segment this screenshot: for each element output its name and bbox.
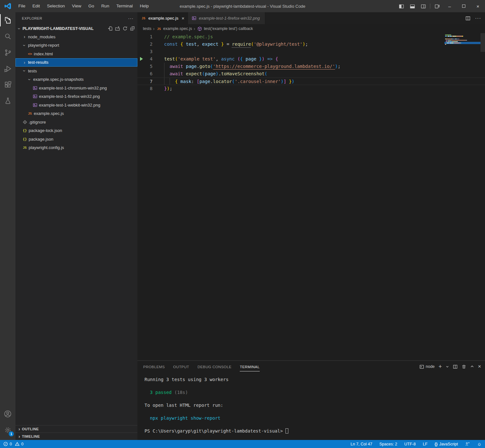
toggle-panel-icon[interactable] bbox=[407, 0, 418, 12]
problems-status[interactable]: 0 0 bbox=[3, 442, 23, 446]
menu-run[interactable]: Run bbox=[98, 0, 113, 12]
activity-run-and-debug[interactable] bbox=[0, 61, 15, 77]
tree-item-index.html[interactable]: <>index.html bbox=[15, 50, 137, 58]
code-line-6[interactable]: 6 await expect(page).toHaveScreenshot( bbox=[137, 70, 485, 78]
panel-tab-terminal[interactable]: TERMINAL bbox=[240, 362, 259, 371]
warning-icon bbox=[15, 442, 20, 446]
status-eol[interactable]: LF bbox=[423, 442, 428, 446]
tree-item-package.json[interactable]: {}package.json bbox=[15, 135, 137, 144]
minimap[interactable] bbox=[445, 34, 480, 45]
code-line-5[interactable]: 5 await page.goto('https://ecommerce-pla… bbox=[137, 63, 485, 70]
code-line-3[interactable]: 3 bbox=[137, 48, 485, 55]
split-editor-icon[interactable] bbox=[465, 16, 471, 21]
minimize-button[interactable]: – bbox=[443, 0, 457, 12]
status-indentation[interactable]: Spaces: 2 bbox=[379, 442, 397, 446]
tree-item-playwright-report[interactable]: ›playwright-report bbox=[15, 41, 137, 50]
account-icon[interactable] bbox=[0, 406, 15, 422]
customize-layout-icon[interactable] bbox=[432, 0, 443, 12]
kill-terminal-icon[interactable] bbox=[462, 364, 466, 369]
panel-tab-debug-console[interactable]: DEBUG CONSOLE bbox=[198, 362, 232, 371]
breadcrumb-separator-icon: › bbox=[152, 26, 155, 31]
breadcrumb-2[interactable]: JSexample.spec.js bbox=[156, 26, 192, 31]
menu-file[interactable]: File bbox=[15, 0, 29, 12]
collapse-folders-icon[interactable] bbox=[130, 26, 135, 31]
tree-item-example.spec.js[interactable]: JSexample.spec.js bbox=[15, 109, 137, 118]
code-line-1[interactable]: 1// example.spec.js bbox=[137, 33, 485, 41]
tree-item-label: example-test-1-firefox-win32.png bbox=[39, 94, 100, 99]
run-test-icon[interactable] bbox=[140, 57, 143, 61]
panel-tab-output[interactable]: OUTPUT bbox=[173, 362, 189, 371]
feedback-icon[interactable] bbox=[465, 442, 470, 446]
activity-extensions[interactable] bbox=[0, 77, 15, 93]
toggle-primary-sidebar-icon[interactable] bbox=[396, 0, 407, 12]
menu-selection[interactable]: Selection bbox=[43, 0, 69, 12]
activity-explorer[interactable] bbox=[0, 12, 15, 28]
project-section-header[interactable]: › PLAYWRIGHT-LAMBDATEST-VISUAL bbox=[15, 24, 137, 33]
tree-item-test-results[interactable]: ›test-results bbox=[15, 58, 137, 67]
tree-item-node_modules[interactable]: ›node_modules bbox=[15, 33, 137, 41]
minimap-line bbox=[445, 39, 480, 40]
maximize-panel-icon[interactable] bbox=[470, 365, 474, 369]
close-panel-icon[interactable]: × bbox=[478, 363, 481, 370]
editor-group: JSexample.spec.js×example-test-1-firefox… bbox=[137, 12, 485, 440]
tree-item-example.spec.js-snapshots[interactable]: ›example.spec.js-snapshots bbox=[15, 75, 137, 84]
code-line-7[interactable]: 7 { mask: [page.locator('.carousel-inner… bbox=[137, 78, 485, 85]
tree-item-label: playwright.config.js bbox=[29, 145, 64, 150]
split-terminal-icon[interactable] bbox=[453, 364, 458, 369]
menu-help[interactable]: Help bbox=[136, 0, 152, 12]
terminal-output[interactable]: Running 3 tests using 3 workers 3 passed… bbox=[137, 372, 485, 440]
code-line-8[interactable]: 8}); bbox=[137, 85, 485, 92]
tree-item-example-test-1-firefox-win32.png[interactable]: example-test-1-firefox-win32.png bbox=[15, 92, 137, 101]
tree-item-example-test-1-chromium-win32.png[interactable]: example-test-1-chromium-win32.png bbox=[15, 84, 137, 92]
image-icon bbox=[191, 16, 197, 20]
new-folder-icon[interactable] bbox=[115, 26, 120, 31]
tab-example-test-1-firefox-win32.png[interactable]: example-test-1-firefox-win32.png bbox=[188, 12, 265, 24]
section-outline[interactable]: ›OUTLINE bbox=[15, 425, 137, 433]
toggle-secondary-sidebar-icon[interactable] bbox=[418, 0, 429, 12]
terminal-profile[interactable]: node bbox=[419, 364, 435, 369]
new-terminal-icon[interactable]: + bbox=[439, 363, 442, 370]
panel-tab-problems[interactable]: PROBLEMS bbox=[143, 362, 165, 371]
code-line-2[interactable]: 2const { test, expect } = require('@play… bbox=[137, 41, 485, 48]
terminal-line: Running 3 tests using 3 workers bbox=[145, 376, 485, 383]
breadcrumb-3[interactable]: test('example test') callback bbox=[197, 26, 253, 31]
tree-item-label: test-results bbox=[28, 60, 49, 65]
status-cursor-position[interactable]: Ln 7, Col 47 bbox=[350, 442, 372, 446]
terminal-dropdown-icon[interactable] bbox=[446, 365, 449, 368]
notifications-bell-icon[interactable] bbox=[477, 442, 482, 446]
menu-view[interactable]: View bbox=[69, 0, 85, 12]
new-file-icon[interactable] bbox=[108, 26, 113, 31]
indent-guide bbox=[170, 78, 170, 85]
tree-item-playwright.config.js[interactable]: JSplaywright.config.js bbox=[15, 144, 137, 152]
close-button[interactable]: × bbox=[471, 0, 485, 12]
tree-item-package-lock.json[interactable]: {}package-lock.json bbox=[15, 126, 137, 135]
activity-search[interactable] bbox=[0, 28, 15, 44]
tree-item-.gitignore[interactable]: .gitignore bbox=[15, 118, 137, 126]
menu-go[interactable]: Go bbox=[85, 0, 98, 12]
breadcrumb-separator-icon: › bbox=[193, 26, 196, 31]
tab-example.spec.js[interactable]: JSexample.spec.js× bbox=[137, 12, 188, 24]
activity-source-control[interactable] bbox=[0, 44, 15, 61]
tree-item-tests[interactable]: ›tests bbox=[15, 67, 137, 75]
close-tab-icon[interactable]: × bbox=[182, 15, 184, 21]
chevron-down-icon: › bbox=[22, 43, 27, 48]
more-actions-icon[interactable]: ··· bbox=[475, 15, 481, 21]
line-number: 1 bbox=[137, 33, 153, 41]
settings-gear-icon[interactable]: 1 bbox=[0, 422, 15, 438]
status-encoding[interactable]: UTF-8 bbox=[404, 442, 415, 446]
menu-edit[interactable]: Edit bbox=[29, 0, 43, 12]
tree-item-example-test-1-webkit-win32.png[interactable]: example-test-1-webkit-win32.png bbox=[15, 101, 137, 109]
maximize-button[interactable] bbox=[457, 0, 471, 12]
status-language-mode[interactable]: {}JavaScript bbox=[434, 442, 458, 446]
refresh-explorer-icon[interactable] bbox=[123, 26, 127, 31]
menu-terminal[interactable]: Terminal bbox=[113, 0, 136, 12]
tree-item-label: example.spec.js-snapshots bbox=[33, 77, 84, 82]
editor-scrollbar[interactable] bbox=[480, 33, 485, 52]
activity-testing[interactable] bbox=[0, 93, 15, 109]
code-editor[interactable]: 1// example.spec.js2const { test, expect… bbox=[137, 33, 485, 360]
breadcrumb-1[interactable]: tests bbox=[143, 26, 151, 31]
section-timeline[interactable]: ›TIMELINE bbox=[15, 433, 137, 440]
views-more-actions-icon[interactable]: ··· bbox=[128, 16, 134, 21]
code-line-4[interactable]: 4test('example test', async ({ page }) =… bbox=[137, 55, 485, 63]
editor-tab-bar: JSexample.spec.js×example-test-1-firefox… bbox=[137, 12, 485, 24]
